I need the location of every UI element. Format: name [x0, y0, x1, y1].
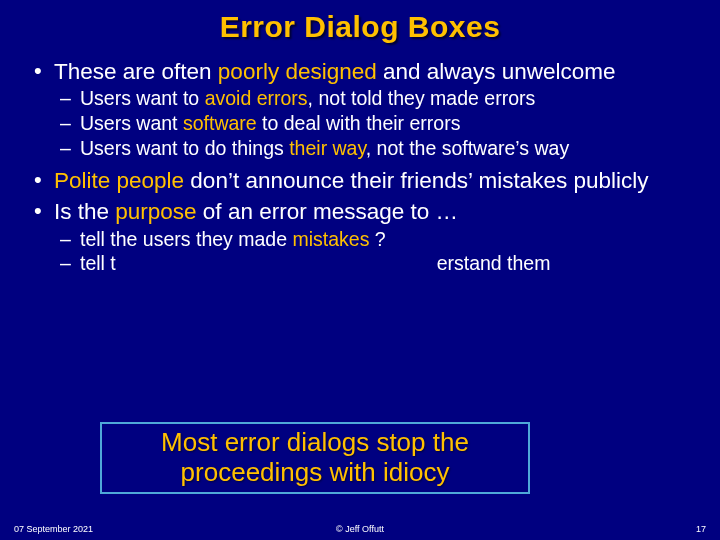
footer-copyright: © Jeff Offutt — [0, 524, 720, 534]
bullet-list-1: These are often poorly designed and alwa… — [28, 58, 692, 276]
text: Users want — [80, 112, 183, 134]
callout-text: Most error dialogs stop the proceedings … — [108, 428, 522, 488]
text: , not told they made errors — [308, 87, 536, 109]
sub-3a: tell the users they made mistakes ? — [58, 228, 692, 252]
text: to deal with their errors — [257, 112, 461, 134]
highlight: their way — [289, 137, 366, 159]
highlight: software — [183, 112, 257, 134]
callout-box: Most error dialogs stop the proceedings … — [100, 422, 530, 494]
highlight: mistakes — [292, 228, 369, 250]
sub-1b: Users want software to deal with their e… — [58, 112, 692, 136]
text: erstand them — [437, 252, 551, 274]
text: and always unwelcome — [377, 59, 616, 84]
text: tell the users they made — [80, 228, 292, 250]
page-title: Error Dialog Boxes — [28, 10, 692, 44]
text: Users want to — [80, 87, 205, 109]
text: These are often — [54, 59, 218, 84]
highlight: poorly designed — [218, 59, 377, 84]
text: Is the — [54, 199, 115, 224]
text: of an error message to … — [197, 199, 458, 224]
highlight: purpose — [115, 199, 196, 224]
text: tell t — [80, 252, 116, 274]
bullet-1: These are often poorly designed and alwa… — [32, 58, 692, 161]
text: don’t announce their friends’ mistakes p… — [184, 168, 648, 193]
highlight: avoid errors — [205, 87, 308, 109]
sublist-3: tell the users they made mistakes ? tell… — [54, 228, 692, 277]
text: ? — [369, 228, 385, 250]
sub-3b: tell the program that the users do not u… — [58, 252, 692, 276]
sub-1a: Users want to avoid errors, not told the… — [58, 87, 692, 111]
bullet-3: Is the purpose of an error message to … … — [32, 198, 692, 276]
text: Users want to do things — [80, 137, 289, 159]
text: , not the software’s way — [366, 137, 569, 159]
bullet-2: Polite people don’t announce their frien… — [32, 167, 692, 194]
slide: Error Dialog Boxes These are often poorl… — [0, 0, 720, 540]
sublist-1: Users want to avoid errors, not told the… — [54, 87, 692, 160]
sub-1c: Users want to do things their way, not t… — [58, 137, 692, 161]
highlight: Polite people — [54, 168, 184, 193]
footer: 07 September 2021 © Jeff Offutt 17 — [0, 524, 720, 534]
